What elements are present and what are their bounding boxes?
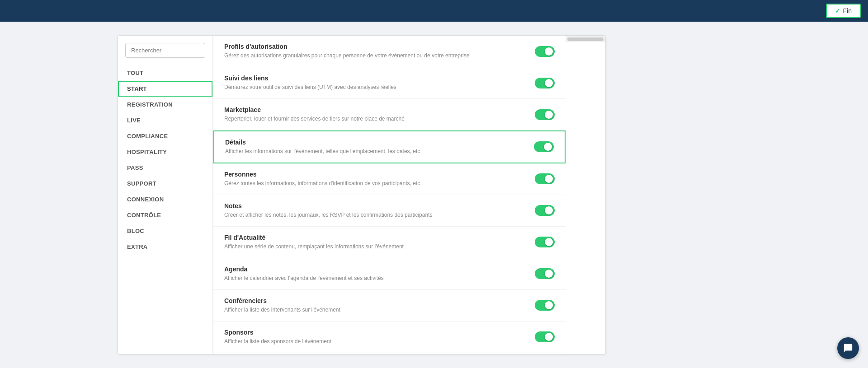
feature-title-personnes: Personnes [224,171,528,178]
feature-desc-fil: Afficher une série de contenu, remplaçan… [224,243,528,251]
main-content: TOUT START REGISTRATION LIVE COMPLIANCE … [0,22,868,368]
toggle-personnes[interactable] [535,173,555,184]
sidebar-item-compliance[interactable]: COMPLIANCE [118,128,212,144]
horizontal-scrollbar[interactable] [566,36,605,42]
feature-text-conferenciers: Conférenciers Afficher la liste des inte… [224,297,528,314]
feature-desc-suivi: Démarrez votre outil de suivi des liens … [224,84,528,91]
feature-list: Profils d'autorisation Gérez des autoris… [213,36,566,354]
feature-item-fil: Fil d'Actualité Afficher une série de co… [213,227,566,258]
chat-bubble[interactable] [837,337,859,359]
fin-button[interactable]: ✓ Fin [826,4,861,18]
feature-title-details: Détails [225,139,527,146]
feature-title-sponsors: Sponsors [224,329,528,336]
feature-text-marketplace: Marketplace Répertorier, louer et fourni… [224,106,528,123]
sidebar-item-pass[interactable]: PASS [118,160,212,176]
toggle-wrap-fil [535,237,555,247]
feature-text-notes: Notes Créer et afficher les notes, les j… [224,202,528,219]
toggle-agenda[interactable] [535,268,555,279]
feature-desc-profils: Gérez des autorisations granulaires pour… [224,52,528,60]
feature-text-details: Détails Afficher les informations sur l'… [225,139,527,155]
feature-item-profils: Profils d'autorisation Gérez des autoris… [213,36,566,67]
feature-item-marketplace: Marketplace Répertorier, louer et fourni… [213,99,566,130]
feature-desc-notes: Créer et afficher les notes, les journau… [224,211,528,219]
feature-item-conferenciers: Conférenciers Afficher la liste des inte… [213,290,566,321]
toggle-slider-profils [535,46,555,57]
feature-title-agenda: Agenda [224,266,528,273]
toggle-wrap-conferenciers [535,300,555,311]
toggle-fil[interactable] [535,237,555,247]
sidebar-item-tout[interactable]: TOUT [118,65,212,81]
toggle-slider-agenda [535,268,555,279]
toggle-details[interactable] [534,141,554,152]
sidebar-item-hospitality[interactable]: HOSPITALITY [118,144,212,160]
toggle-marketplace[interactable] [535,109,555,120]
toggle-slider-notes [535,205,555,216]
toggle-slider-sponsors [535,331,555,342]
toggle-sponsors[interactable] [535,331,555,342]
toggle-conferenciers[interactable] [535,300,555,311]
feature-desc-marketplace: Répertorier, louer et fournir des servic… [224,115,528,123]
feature-title-fil: Fil d'Actualité [224,234,528,241]
toggle-slider-personnes [535,173,555,184]
feature-desc-details: Afficher les informations sur l'événemen… [225,148,527,155]
toggle-slider-fil [535,237,555,247]
toggle-slider-suivi [535,78,555,89]
panel-container: TOUT START REGISTRATION LIVE COMPLIANCE … [118,35,606,354]
toggle-wrap-notes [535,205,555,216]
feature-text-personnes: Personnes Gérez toutes les informations,… [224,171,528,187]
feature-desc-conferenciers: Afficher la liste des intervenants sur l… [224,306,528,314]
toggle-wrap-details [534,141,554,152]
feature-title-marketplace: Marketplace [224,106,528,113]
feature-text-sponsors: Sponsors Afficher la liste des sponsors … [224,329,528,345]
toggle-wrap-profils [535,46,555,57]
feature-title-conferenciers: Conférenciers [224,297,528,304]
sidebar-item-live[interactable]: LIVE [118,112,212,128]
chat-icon [843,343,853,353]
search-input[interactable] [125,43,205,58]
fin-label: Fin [843,7,852,14]
toggle-wrap-marketplace [535,109,555,120]
sidebar-item-registration[interactable]: REGISTRATION [118,97,212,112]
toggle-wrap-suivi [535,78,555,89]
check-icon: ✓ [835,7,840,14]
sidebar-item-connexion[interactable]: CONNEXION [118,191,212,207]
sidebar-item-bloc[interactable]: BLOC [118,223,212,239]
feature-desc-agenda: Afficher le calendrier avec l'agenda de … [224,275,528,282]
feature-desc-sponsors: Afficher la liste des sponsors de l'évén… [224,338,528,345]
top-bar: ✓ Fin [0,0,868,22]
feature-title-profils: Profils d'autorisation [224,43,528,50]
feature-item-agenda: Agenda Afficher le calendrier avec l'age… [213,258,566,290]
toggle-slider-marketplace [535,109,555,120]
feature-desc-personnes: Gérez toutes les informations, informati… [224,180,528,187]
sidebar-item-extra[interactable]: EXTRA [118,239,212,255]
feature-item-suivi: Suivi des liens Démarrez votre outil de … [213,67,566,99]
scrollbar-thumb[interactable] [567,37,604,41]
toggle-wrap-agenda [535,268,555,279]
feature-item-exposants: Exposants Afficher la liste des exposant… [213,353,566,354]
sidebar-item-start[interactable]: START [118,81,212,97]
feature-text-fil: Fil d'Actualité Afficher une série de co… [224,234,528,251]
feature-item-sponsors: Sponsors Afficher la liste des sponsors … [213,321,566,353]
toggle-wrap-personnes [535,173,555,184]
toggle-slider-details [534,141,554,152]
toggle-wrap-sponsors [535,331,555,342]
feature-title-notes: Notes [224,202,528,210]
toggle-slider-conferenciers [535,300,555,311]
feature-item-details: Détails Afficher les informations sur l'… [213,130,566,163]
feature-text-suivi: Suivi des liens Démarrez votre outil de … [224,75,528,91]
toggle-profils[interactable] [535,46,555,57]
toggle-notes[interactable] [535,205,555,216]
feature-text-profils: Profils d'autorisation Gérez des autoris… [224,43,528,60]
search-container [118,43,212,65]
sidebar-item-controle[interactable]: CONTRÔLE [118,207,212,223]
feature-text-agenda: Agenda Afficher le calendrier avec l'age… [224,266,528,282]
sidebar-item-support[interactable]: SUPPORT [118,176,212,191]
sidebar: TOUT START REGISTRATION LIVE COMPLIANCE … [118,36,213,354]
toggle-suivi[interactable] [535,78,555,89]
feature-item-personnes: Personnes Gérez toutes les informations,… [213,163,566,195]
feature-item-notes: Notes Créer et afficher les notes, les j… [213,195,566,227]
feature-title-suivi: Suivi des liens [224,75,528,82]
